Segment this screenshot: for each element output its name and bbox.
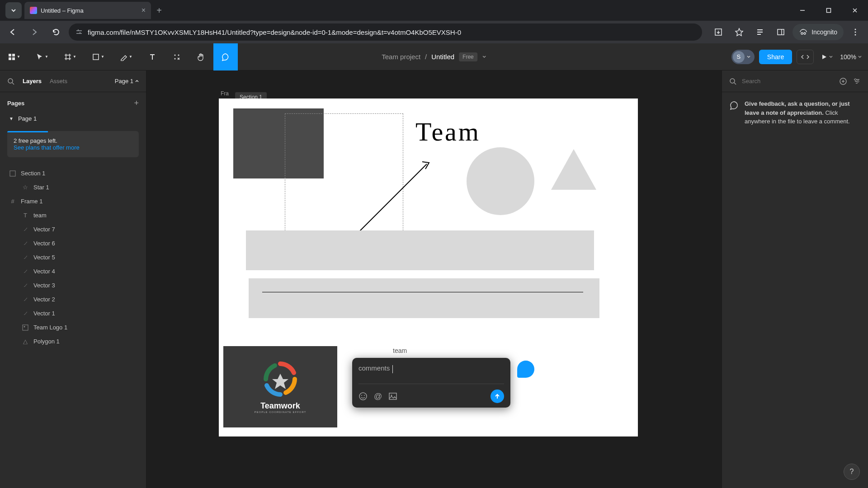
page-row[interactable]: ▼ Page 1 bbox=[0, 112, 146, 126]
dev-mode-button[interactable] bbox=[797, 50, 814, 64]
frame-tool-button[interactable]: ▼ bbox=[56, 43, 84, 70]
window-minimize-button[interactable] bbox=[789, 0, 816, 21]
layer-row[interactable]: △Polygon 1 bbox=[0, 334, 146, 348]
file-name[interactable]: Untitled bbox=[431, 53, 454, 61]
site-settings-icon[interactable] bbox=[75, 28, 83, 36]
layer-row[interactable]: ⟋Vector 1 bbox=[0, 306, 146, 320]
layer-row[interactable]: ⟋Vector 4 bbox=[0, 264, 146, 278]
page-selector[interactable]: Page 1 bbox=[115, 78, 139, 84]
shape-tool-button[interactable]: ▼ bbox=[84, 43, 112, 70]
right-panel: Give feedback, ask a question, or just l… bbox=[722, 70, 868, 488]
grey-bar-1[interactable] bbox=[246, 230, 594, 270]
image-icon bbox=[22, 324, 29, 331]
browser-tab[interactable]: Untitled – Figma × bbox=[24, 2, 151, 19]
layer-row[interactable]: ⟋Vector 3 bbox=[0, 278, 146, 292]
svg-point-20 bbox=[24, 326, 25, 327]
svg-point-7 bbox=[855, 34, 856, 36]
add-page-button[interactable]: + bbox=[134, 99, 139, 108]
hand-drawn-text[interactable]: Team bbox=[415, 117, 481, 147]
project-name[interactable]: Team project bbox=[382, 53, 420, 61]
pages-title: Pages bbox=[7, 100, 24, 107]
present-button[interactable] bbox=[818, 54, 835, 60]
mention-icon[interactable]: @ bbox=[374, 392, 382, 401]
comment-popup[interactable]: comments @ bbox=[352, 358, 510, 408]
browser-menu-icon[interactable] bbox=[846, 23, 864, 41]
triangle-shape[interactable] bbox=[551, 149, 596, 190]
install-app-icon[interactable] bbox=[709, 23, 727, 41]
pen-tool-button[interactable]: ▼ bbox=[112, 43, 140, 70]
figma-toolbar: ▼ ▼ ▼ ▼ ▼ Team project bbox=[0, 43, 868, 70]
share-button[interactable]: Share bbox=[759, 50, 792, 64]
resources-button[interactable] bbox=[165, 43, 189, 70]
layer-row[interactable]: ⟋Vector 7 bbox=[0, 222, 146, 236]
sort-icon[interactable] bbox=[839, 77, 847, 85]
window-maximize-button[interactable] bbox=[816, 0, 842, 21]
grey-bar-2[interactable] bbox=[249, 278, 599, 318]
reading-list-icon[interactable] bbox=[751, 23, 769, 41]
address-bar[interactable]: figma.com/file/nMSTY1OKvvXSMLY18HsH41/Un… bbox=[69, 23, 702, 41]
svg-point-23 bbox=[361, 395, 362, 396]
layer-row[interactable]: ⟋Vector 6 bbox=[0, 236, 146, 250]
ellipse-shape[interactable] bbox=[467, 147, 534, 215]
chevron-down-icon[interactable] bbox=[482, 55, 486, 59]
layer-row[interactable]: ⟋Vector 2 bbox=[0, 292, 146, 306]
tab-search-dropdown[interactable] bbox=[5, 2, 22, 19]
help-button[interactable]: ? bbox=[844, 464, 860, 480]
comment-tool-button[interactable] bbox=[213, 43, 238, 70]
window-close-button[interactable] bbox=[842, 0, 868, 21]
comment-search-input[interactable] bbox=[742, 78, 834, 84]
chevron-down-icon: ▼ bbox=[9, 116, 14, 121]
polygon-icon: △ bbox=[22, 338, 29, 345]
small-text-label[interactable]: team bbox=[393, 347, 407, 354]
tab-close-icon[interactable]: × bbox=[142, 6, 146, 14]
reload-button[interactable] bbox=[47, 23, 65, 41]
layer-row[interactable]: #Frame 1 bbox=[0, 194, 146, 208]
bookmark-icon[interactable] bbox=[730, 23, 748, 41]
svg-point-13 bbox=[175, 54, 176, 56]
layer-row[interactable]: Team Logo 1 bbox=[0, 320, 146, 334]
comment-pin[interactable] bbox=[517, 361, 534, 378]
frame-1[interactable]: Team team Teamwork bbox=[219, 99, 638, 436]
side-panel-icon[interactable] bbox=[772, 23, 790, 41]
layer-row[interactable]: ⟋Vector 5 bbox=[0, 250, 146, 264]
vector-icon: ⟋ bbox=[22, 310, 29, 317]
hand-tool-button[interactable] bbox=[189, 43, 213, 70]
canvas[interactable]: Fra Section 1 Team team bbox=[146, 70, 722, 488]
svg-point-31 bbox=[857, 80, 859, 82]
layer-row[interactable]: Section 1 bbox=[0, 166, 146, 180]
vector-icon: ⟋ bbox=[22, 296, 29, 303]
send-comment-button[interactable] bbox=[491, 389, 504, 403]
comment-icon bbox=[729, 100, 739, 126]
search-icon[interactable] bbox=[729, 78, 736, 85]
upgrade-promo-card[interactable]: 2 free pages left. See plans that offer … bbox=[7, 131, 139, 157]
team-logo-image[interactable]: Teamwork PEOPLE COORDINATE EFFORT bbox=[223, 346, 337, 427]
layers-tab[interactable]: Layers bbox=[23, 78, 42, 84]
incognito-indicator[interactable]: Incognito bbox=[793, 24, 844, 40]
see-plans-link[interactable]: See plans that offer more bbox=[14, 144, 80, 151]
svg-rect-3 bbox=[778, 29, 784, 35]
attach-image-icon[interactable] bbox=[388, 392, 397, 401]
svg-rect-19 bbox=[23, 325, 28, 330]
browser-toolbar: figma.com/file/nMSTY1OKvvXSMLY18HsH41/Un… bbox=[0, 21, 868, 43]
main-menu-button[interactable]: ▼ bbox=[0, 43, 28, 70]
layer-row[interactable]: Tteam bbox=[0, 208, 146, 222]
text-tool-button[interactable] bbox=[140, 43, 165, 70]
breadcrumb[interactable]: Team project / Untitled Free bbox=[382, 52, 486, 61]
svg-point-24 bbox=[364, 395, 365, 396]
layers-list: Section 1 ☆Star 1 #Frame 1 Tteam ⟋Vector… bbox=[0, 163, 146, 352]
svg-point-30 bbox=[854, 79, 856, 80]
user-avatar-chip[interactable]: S bbox=[731, 50, 755, 64]
back-button[interactable] bbox=[4, 23, 22, 41]
assets-tab[interactable]: Assets bbox=[50, 78, 67, 84]
layer-row[interactable]: ☆Star 1 bbox=[0, 180, 146, 194]
search-icon[interactable] bbox=[7, 78, 14, 85]
emoji-icon[interactable] bbox=[359, 392, 368, 401]
move-tool-button[interactable]: ▼ bbox=[28, 43, 56, 70]
zoom-level[interactable]: 100% bbox=[840, 53, 862, 61]
svg-rect-18 bbox=[10, 171, 15, 176]
forward-button[interactable] bbox=[25, 23, 43, 41]
comment-input[interactable]: comments bbox=[359, 364, 504, 384]
filter-icon[interactable] bbox=[853, 77, 861, 85]
new-tab-button[interactable]: + bbox=[151, 5, 167, 16]
frame-label: Fra bbox=[221, 90, 229, 97]
